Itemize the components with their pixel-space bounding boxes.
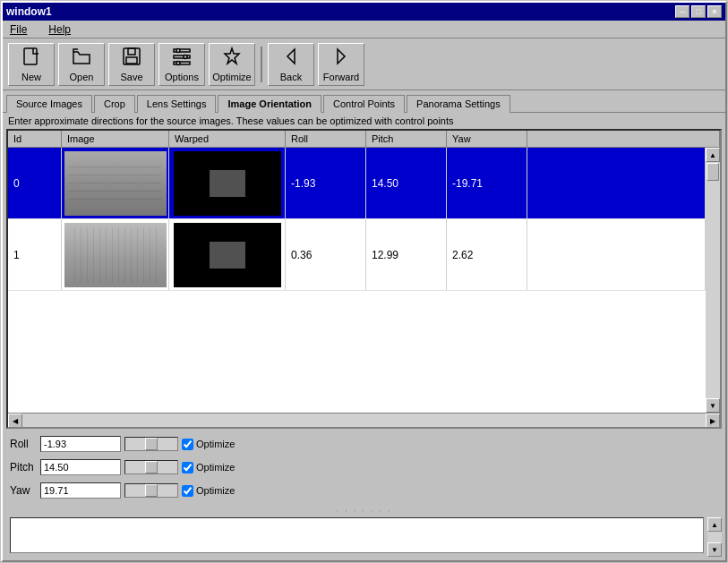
svg-marker-10 xyxy=(225,48,239,64)
table-row[interactable]: 1 0.36 xyxy=(8,219,706,291)
svg-rect-2 xyxy=(128,48,135,55)
horizontal-scrollbar[interactable]: ◀ ▶ xyxy=(8,413,720,427)
pitch-optimize-container: Optimize xyxy=(182,462,235,473)
main-window: window1 ─ □ × File Help New xyxy=(1,1,727,562)
cell-image-0 xyxy=(62,148,169,218)
col-header-warped: Warped xyxy=(169,131,286,147)
cell-pitch-0: 14.50 xyxy=(366,148,447,218)
col-header-image: Image xyxy=(62,131,169,147)
forward-button[interactable]: Forward xyxy=(318,43,364,86)
tab-panorama-settings[interactable]: Panorama Settings xyxy=(407,95,510,113)
col-header-pitch: Pitch xyxy=(366,131,447,147)
yaw-slider[interactable] xyxy=(124,483,178,498)
source-image-0 xyxy=(64,151,167,216)
cell-id-0: 0 xyxy=(8,148,62,218)
optimize-button[interactable]: Optimize xyxy=(209,43,255,86)
roll-optimize-container: Optimize xyxy=(182,439,235,450)
scroll-right-button[interactable]: ▶ xyxy=(706,414,720,428)
tab-control-points[interactable]: Control Points xyxy=(323,95,405,113)
back-button[interactable]: Back xyxy=(268,43,314,86)
svg-point-7 xyxy=(176,49,180,53)
warped-image-1 xyxy=(174,223,281,287)
open-button[interactable]: Open xyxy=(58,43,105,86)
back-label: Back xyxy=(280,72,302,82)
svg-marker-12 xyxy=(338,49,345,64)
yaw-optimize-checkbox[interactable] xyxy=(182,485,193,497)
source-image-1 xyxy=(64,223,167,287)
pitch-input[interactable] xyxy=(40,459,121,475)
forward-icon xyxy=(330,46,352,70)
save-icon xyxy=(121,46,142,70)
yaw-control-row: Yaw Optimize xyxy=(10,481,718,500)
roll-optimize-checkbox[interactable] xyxy=(182,439,193,450)
forward-label: Forward xyxy=(323,72,359,82)
roll-input[interactable] xyxy=(40,436,121,452)
options-button[interactable]: Options xyxy=(158,43,205,86)
tab-lens-settings[interactable]: Lens Settings xyxy=(137,95,217,113)
close-button[interactable]: × xyxy=(707,5,722,18)
svg-point-9 xyxy=(176,62,180,65)
roll-slider[interactable] xyxy=(124,437,178,451)
cell-roll-1: 0.36 xyxy=(286,219,366,290)
cell-extra-1 xyxy=(527,219,706,290)
tab-content: Enter approximate directions for the sou… xyxy=(3,112,725,560)
col-header-roll: Roll xyxy=(286,131,366,147)
svg-rect-0 xyxy=(24,48,37,64)
toolbar-separator xyxy=(261,47,262,82)
scroll-thumb[interactable] xyxy=(707,163,719,181)
cell-yaw-0: -19.71 xyxy=(447,148,527,218)
tab-bar: Source Images Crop Lens Settings Image O… xyxy=(3,90,725,112)
tab-source-images[interactable]: Source Images xyxy=(6,95,92,113)
open-label: Open xyxy=(70,72,94,82)
menu-help[interactable]: Help xyxy=(45,22,74,37)
dots-separator: · · · · · · · xyxy=(3,504,725,517)
new-button[interactable]: New xyxy=(8,43,55,86)
save-label: Save xyxy=(120,72,142,82)
scroll-left-button[interactable]: ◀ xyxy=(8,414,22,428)
status-scroll-up[interactable]: ▲ xyxy=(707,517,722,532)
yaw-input[interactable] xyxy=(40,482,121,499)
open-icon xyxy=(71,46,92,70)
status-scroll-down[interactable]: ▼ xyxy=(707,542,722,557)
maximize-button[interactable]: □ xyxy=(691,5,706,18)
status-scrollbar: ▲ ▼ xyxy=(707,517,722,557)
window-title: window1 xyxy=(6,5,52,18)
scroll-down-button[interactable]: ▼ xyxy=(706,398,720,413)
col-header-yaw: Yaw xyxy=(447,131,527,147)
pitch-label: Pitch xyxy=(10,461,37,473)
scroll-h-track[interactable] xyxy=(22,414,706,427)
toolbar: New Open Save xyxy=(3,38,725,90)
tab-crop[interactable]: Crop xyxy=(94,95,135,113)
back-icon xyxy=(280,46,302,70)
new-label: New xyxy=(21,72,41,82)
cell-roll-0: -1.93 xyxy=(286,148,366,218)
optimize-label: Optimize xyxy=(212,72,251,82)
roll-control-row: Roll Optimize xyxy=(10,434,718,454)
svg-point-8 xyxy=(184,55,187,59)
pitch-optimize-checkbox[interactable] xyxy=(182,462,193,473)
svg-marker-11 xyxy=(287,49,295,64)
menu-file[interactable]: File xyxy=(6,22,30,37)
title-bar: window1 ─ □ × xyxy=(3,3,725,21)
cell-pitch-1: 12.99 xyxy=(366,219,447,290)
yaw-optimize-container: Optimize xyxy=(182,485,235,497)
table-header: Id Image Warped Roll Pitch Yaw xyxy=(8,131,720,148)
cell-yaw-1: 2.62 xyxy=(447,219,527,290)
options-icon xyxy=(171,46,193,70)
tab-image-orientation[interactable]: Image Orientation xyxy=(218,95,321,113)
roll-label: Roll xyxy=(10,438,37,450)
save-button[interactable]: Save xyxy=(108,43,155,86)
vertical-scrollbar[interactable]: ▲ ▼ xyxy=(706,148,720,413)
yaw-label: Yaw xyxy=(10,484,37,497)
scroll-up-button[interactable]: ▲ xyxy=(706,148,720,162)
optimize-icon xyxy=(221,46,243,70)
hint-text: Enter approximate directions for the sou… xyxy=(3,113,725,129)
table-row[interactable]: 0 -1.93 xyxy=(8,148,706,219)
menu-bar: File Help xyxy=(3,21,725,38)
cell-image-1 xyxy=(62,219,169,290)
minimize-button[interactable]: ─ xyxy=(675,5,689,18)
pitch-slider[interactable] xyxy=(124,460,178,474)
svg-rect-3 xyxy=(126,57,137,64)
options-label: Options xyxy=(165,72,199,82)
status-bar xyxy=(10,517,704,553)
